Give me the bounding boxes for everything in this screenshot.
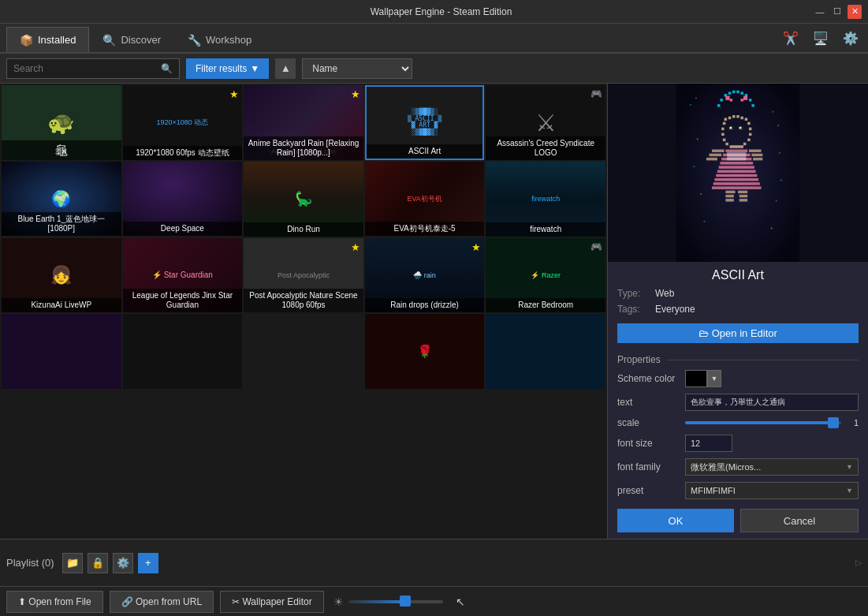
cancel-button[interactable]: Cancel <box>740 509 859 532</box>
scale-slider-control: 1 <box>685 418 859 427</box>
list-item[interactable]: Post Apocalyptic ★ Post Apocalyptic Natu… <box>244 238 363 313</box>
filter-results-button[interactable]: Filter results ▼ <box>186 58 269 79</box>
tab-discover[interactable]: 🔍 Discover <box>89 27 174 52</box>
list-item[interactable]: ⚔ 🎮 Assassin's Creed Syndicate LOGO <box>486 85 605 160</box>
brightness-icon: ☀ <box>333 595 344 608</box>
svg-rect-58 <box>739 199 747 201</box>
wallpaper-grid: 🐢 龜 1920×1080 动态 ★ 1920*1080 60fps 动态壁纸 … <box>0 84 607 390</box>
sort-direction-button[interactable]: ▲ <box>275 58 296 79</box>
list-item[interactable]: EVA初号机 EVA初号机泰走-5 <box>365 162 485 237</box>
tab-installed[interactable]: 📦 Installed <box>6 27 89 52</box>
preset-value: MFIMFIMFI <box>691 486 736 495</box>
maximize-button[interactable]: ☐ <box>830 5 844 19</box>
color-dropdown-arrow[interactable]: ▼ <box>707 370 721 387</box>
game-icon: 🎮 <box>590 241 602 252</box>
svg-rect-27 <box>723 139 725 141</box>
scale-slider-track[interactable] <box>685 421 841 424</box>
list-item[interactable]: ░▒▓█▓▒░▒ ASCII ▒▓ ART ▓░▒▓█▓▒░ ASCII Art <box>365 85 485 160</box>
list-item[interactable] <box>2 314 121 389</box>
color-swatch[interactable] <box>685 370 707 387</box>
svg-rect-63 <box>697 139 698 140</box>
playlist-add-button[interactable]: + <box>138 553 158 573</box>
star-icon: ★ <box>351 241 360 253</box>
settings-icon-button[interactable]: ⚙️ <box>840 27 862 49</box>
font-family-arrow: ▼ <box>846 463 853 471</box>
list-item[interactable]: ⚡ Razer 🎮 Razer Bedroom <box>486 238 605 313</box>
svg-rect-18 <box>736 115 739 118</box>
open-in-editor-button[interactable]: 🗁 Open in Editor <box>617 323 859 343</box>
svg-rect-48 <box>706 158 717 160</box>
scale-slider-thumb[interactable] <box>828 417 839 428</box>
svg-rect-14 <box>740 99 743 101</box>
open-from-file-button[interactable]: ⬆ Open from File <box>6 591 103 613</box>
svg-rect-9 <box>717 104 720 106</box>
list-item[interactable] <box>244 314 363 389</box>
svg-rect-36 <box>725 149 747 151</box>
svg-rect-57 <box>739 195 747 197</box>
svg-rect-19 <box>740 117 743 119</box>
top-navigation: 📦 Installed 🔍 Discover 🔧 Workshop ✂️ 🖥️ … <box>0 24 868 54</box>
list-item[interactable]: 🦕 Dino Run <box>244 162 363 237</box>
filter-icon: ▼ <box>250 63 259 74</box>
svg-rect-46 <box>712 149 725 151</box>
brightness-slider[interactable] <box>348 600 443 603</box>
svg-rect-54 <box>725 195 733 197</box>
ok-button[interactable]: OK <box>617 509 734 532</box>
preset-dropdown[interactable]: MFIMFIMFI ▼ <box>685 482 859 499</box>
discover-icon: 🔍 <box>102 34 116 47</box>
font-family-dropdown[interactable]: 微软雅黑(Micros... ▼ <box>685 458 859 476</box>
svg-rect-24 <box>749 128 751 130</box>
preset-control: MFIMFIMFI ▼ <box>685 482 859 499</box>
open-from-url-button[interactable]: 🔗 Open from URL <box>110 591 214 613</box>
list-item[interactable]: 🌹 <box>365 314 485 389</box>
svg-rect-65 <box>693 166 695 167</box>
svg-rect-49 <box>749 149 762 151</box>
tags-label: Tags: <box>617 304 649 315</box>
list-item[interactable]: 🌧️ rain ★ Rain drops (drizzle) <box>365 238 485 313</box>
list-item[interactable]: ⚡ Star Guardian League of Legends Jinx S… <box>123 238 243 313</box>
svg-rect-4 <box>736 91 739 93</box>
svg-rect-17 <box>732 115 735 118</box>
svg-rect-12 <box>743 96 747 100</box>
scheme-color-control: ▼ <box>685 370 859 387</box>
svg-rect-61 <box>772 111 773 113</box>
list-item[interactable]: Anime backyard rain ★ Anime Backyard Rai… <box>244 85 363 160</box>
search-input[interactable] <box>13 63 156 74</box>
text-property-input[interactable] <box>685 394 859 411</box>
list-item[interactable]: firewatch firewatch <box>486 162 605 237</box>
list-item[interactable] <box>123 314 243 389</box>
tab-workshop-label: Workshop <box>206 34 251 46</box>
minimize-button[interactable]: — <box>813 5 827 19</box>
svg-rect-31 <box>730 145 743 147</box>
svg-rect-66 <box>780 180 782 181</box>
playlist-lock-button[interactable]: 🔒 <box>88 553 108 573</box>
svg-rect-52 <box>727 152 746 160</box>
scissors-icon-button[interactable]: ✂️ <box>780 27 802 49</box>
sort-select[interactable]: Name Rating Date <box>302 58 412 79</box>
close-button[interactable]: ✕ <box>848 5 862 19</box>
tab-workshop[interactable]: 🔧 Workshop <box>174 27 265 52</box>
svg-rect-30 <box>743 143 746 145</box>
list-item[interactable]: 👧 KizunaAi LiveWP <box>2 238 121 313</box>
playlist-folder-button[interactable]: 📁 <box>62 553 83 573</box>
svg-rect-28 <box>747 139 750 141</box>
font-family-row: font family 微软雅黑(Micros... ▼ <box>608 455 868 479</box>
svg-rect-3 <box>732 91 735 93</box>
list-item[interactable]: 🌍 Blue Earth 1_蓝色地球一[1080P] <box>2 162 121 237</box>
list-item[interactable]: 🐢 龜 <box>2 85 121 160</box>
wallpaper-editor-button[interactable]: ✂ Wallpaper Editor <box>220 591 324 613</box>
brightness-control: ☀ <box>333 595 443 608</box>
preview-area <box>608 84 868 262</box>
font-size-input[interactable] <box>685 435 732 452</box>
list-item[interactable] <box>486 314 605 389</box>
preset-label: preset <box>617 485 680 496</box>
footer-toolbar: ⬆ Open from File 🔗 Open from URL ✂ Wallp… <box>0 586 868 616</box>
playlist-settings-button[interactable]: ⚙️ <box>113 553 133 573</box>
monitor-icon-button[interactable]: 🖥️ <box>810 27 832 49</box>
svg-rect-23 <box>721 128 724 130</box>
workshop-icon: 🔧 <box>188 34 201 47</box>
scale-slider-fill <box>685 421 833 424</box>
list-item[interactable]: Deep Space <box>123 162 243 237</box>
list-item[interactable]: 1920×1080 动态 ★ 1920*1080 60fps 动态壁纸 <box>123 85 243 160</box>
preview-image <box>667 84 809 262</box>
